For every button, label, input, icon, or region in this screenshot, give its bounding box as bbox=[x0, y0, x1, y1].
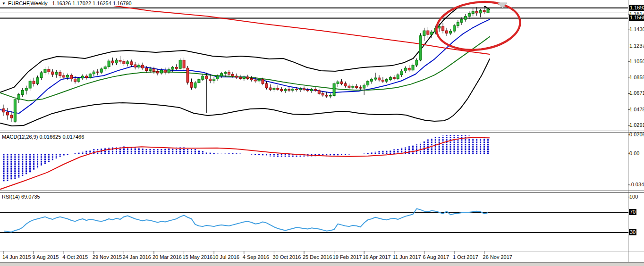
candle-body bbox=[235, 76, 237, 77]
bollinger_upper-line bbox=[0, 2, 490, 92]
candle-body bbox=[81, 76, 84, 78]
candle-body bbox=[59, 72, 61, 75]
candle-body bbox=[194, 83, 196, 87]
candle-body bbox=[306, 90, 309, 91]
candle-body bbox=[427, 31, 429, 34]
candle-body bbox=[220, 74, 223, 76]
rsi-panel[interactable] bbox=[0, 208, 628, 233]
candle-body bbox=[340, 82, 343, 83]
candle-body bbox=[239, 77, 241, 79]
candle-body bbox=[367, 81, 369, 85]
date-label: 4 Oct 2015 bbox=[62, 254, 88, 260]
candle-body bbox=[145, 68, 148, 70]
candle-body bbox=[123, 61, 125, 64]
candle-body bbox=[258, 79, 260, 81]
candle-body bbox=[415, 60, 418, 65]
candle-body bbox=[374, 78, 377, 79]
candlestick-series bbox=[3, 6, 490, 123]
price-axis-label: 1.14300 bbox=[629, 26, 644, 33]
candle-body bbox=[431, 32, 433, 34]
candle-body bbox=[231, 75, 234, 76]
candle-body bbox=[371, 79, 373, 81]
chart-title-bar: ▼EURCHF,Weekly1.16326 1.17022 1.16254 1.… bbox=[2, 0, 132, 6]
candle-body bbox=[408, 68, 410, 70]
rsi-axis-label: 100 bbox=[629, 194, 638, 200]
price-axis-label: 1.12375 bbox=[629, 43, 644, 49]
candle-body bbox=[329, 95, 331, 96]
candle-body bbox=[55, 72, 58, 74]
candle-body bbox=[310, 90, 313, 91]
candle-body bbox=[78, 78, 80, 82]
date-label: 4 Sep 2016 bbox=[243, 254, 269, 260]
candle-body bbox=[93, 72, 95, 74]
candle-body bbox=[243, 77, 245, 79]
candle-body bbox=[442, 26, 444, 31]
candle-body bbox=[149, 69, 152, 71]
date-label: 9 Aug 2015 bbox=[33, 254, 59, 260]
ma_red_longterm-line bbox=[102, 4, 490, 54]
candle-body bbox=[183, 60, 185, 68]
candle-body bbox=[479, 10, 482, 13]
candle-body bbox=[352, 86, 354, 87]
candle-body bbox=[89, 74, 91, 78]
price-panel[interactable] bbox=[0, 2, 628, 126]
candle-body bbox=[269, 88, 271, 90]
candle-body bbox=[284, 90, 287, 91]
price-axis-label: 1.06710 bbox=[629, 90, 644, 96]
window-bottom-chrome bbox=[0, 262, 644, 266]
candle-body bbox=[337, 82, 339, 83]
candle-body bbox=[111, 61, 114, 63]
candle-body bbox=[265, 83, 268, 88]
chart-canvas[interactable] bbox=[0, 0, 644, 266]
candle-body bbox=[40, 73, 42, 78]
candle-body bbox=[130, 62, 133, 65]
candle-body bbox=[296, 89, 298, 90]
candle-body bbox=[85, 76, 87, 78]
candle-body bbox=[142, 65, 144, 68]
candle-body bbox=[483, 10, 485, 12]
candle-body bbox=[205, 76, 208, 79]
candle-body bbox=[153, 69, 155, 71]
candle-body bbox=[217, 76, 219, 79]
date-label: 30 Oct 2016 bbox=[272, 254, 301, 260]
macd-panel[interactable] bbox=[0, 135, 490, 189]
candle-body bbox=[108, 61, 110, 66]
candle-body bbox=[209, 79, 212, 81]
candle-body bbox=[280, 90, 283, 91]
candle-body bbox=[322, 93, 324, 95]
rsi-indicator-label: RSI(14) 69.0735 bbox=[2, 194, 40, 200]
candle-body bbox=[363, 85, 365, 88]
date-label: 26 Nov 2017 bbox=[483, 254, 512, 260]
candle-body bbox=[17, 94, 20, 100]
candle-body bbox=[134, 65, 136, 67]
symbol-timeframe-label: EURCHF,Weekly bbox=[8, 0, 48, 6]
date-label: 20 Mar 2016 bbox=[153, 254, 182, 260]
candle-body bbox=[10, 115, 12, 118]
candle-body bbox=[389, 77, 391, 79]
candle-body bbox=[446, 31, 448, 33]
candle-body bbox=[419, 36, 422, 60]
macd-axis-label: 0.020693 bbox=[629, 132, 644, 138]
candle-body bbox=[273, 88, 275, 90]
candle-body bbox=[21, 90, 24, 94]
bollinger_lower-line bbox=[0, 59, 490, 126]
candle-body bbox=[404, 68, 407, 71]
candle-body bbox=[464, 17, 466, 19]
candle-body bbox=[51, 72, 54, 74]
candle-body bbox=[6, 112, 8, 115]
candle-body bbox=[33, 81, 35, 83]
candle-body bbox=[168, 69, 170, 72]
collapse-icon[interactable]: ▼ bbox=[2, 1, 6, 6]
candle-body bbox=[348, 86, 350, 87]
macd-indicator-label: MACD(12,26,9) 0.016625 0.017466 bbox=[2, 134, 84, 140]
candle-body bbox=[96, 72, 99, 72]
candle-body bbox=[198, 79, 200, 83]
candle-body bbox=[224, 72, 227, 74]
candle-body bbox=[299, 89, 302, 90]
candle-body bbox=[359, 88, 362, 88]
candle-body bbox=[228, 72, 230, 74]
candle-body bbox=[29, 81, 31, 88]
ma_blue-line bbox=[0, 19, 490, 113]
candle-body bbox=[303, 89, 305, 90]
candle-body bbox=[100, 69, 102, 72]
